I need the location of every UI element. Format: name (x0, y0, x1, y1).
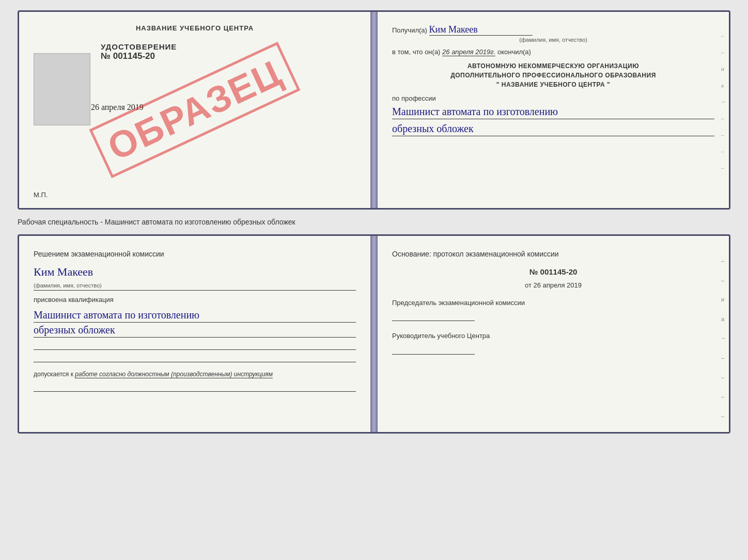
side-mark-5: ← (721, 99, 727, 105)
spine-bottom (371, 236, 377, 432)
top-right-page: Получил(а) Ким Макеев (фамилия, имя, отч… (377, 12, 729, 208)
separator-label: Рабочая специальность - Машинист автомат… (18, 216, 730, 228)
side-mark-6: – (721, 115, 727, 121)
qualification-label: присвоена квалификация (34, 295, 356, 306)
chairman-block: Председатель экзаменационной комиссии (392, 298, 714, 321)
issued-date: 26 апреля 2019 (91, 103, 144, 111)
side-mark-2: – (721, 49, 727, 55)
admission-text: работе согласно должностным (производств… (75, 371, 273, 378)
protocol-number: № 001145-20 (392, 266, 714, 278)
bside-mark-1: – (721, 257, 727, 266)
date-value: 26 апреля 2019г. (442, 48, 495, 56)
bside-mark-3: и (721, 295, 727, 305)
received-label: Получил(а) (392, 26, 427, 34)
qualification-line1: Машинист автомата по изготовлению (34, 308, 356, 323)
name-sublabel: (фамилия, имя, отчество) (392, 37, 714, 43)
bottom-left-page: Решением экзаменационной комиссии Ким Ма… (19, 236, 371, 432)
bside-mark-8: – (721, 392, 727, 402)
commission-label: Решением экзаменационной комиссии (34, 248, 356, 260)
cert-school-title: НАЗВАНИЕ УЧЕБНОГО ЦЕНТРА (34, 24, 356, 32)
bottom-right-page: Основание: протокол экзаменационной коми… (377, 236, 729, 432)
profession-line1: Машинист автомата по изготовлению (392, 104, 714, 119)
bside-mark-9: – (721, 412, 727, 421)
chairman-signature-line (392, 310, 475, 321)
protocol-date-prefix: от (525, 281, 532, 289)
date-field: в том, что он(а) 26 апреля 2019г. окончи… (392, 48, 714, 56)
received-name: Ким Макеев (429, 24, 533, 36)
cert-number: № 001145-20 (101, 51, 356, 61)
blank-line-1 (34, 340, 356, 350)
admission-block: допускается к работе согласно должностны… (34, 370, 356, 379)
bottom-document: Решением экзаменационной комиссии Ким Ма… (18, 234, 730, 434)
blank-line-3 (34, 381, 356, 392)
photo-area (34, 53, 90, 125)
side-mark-8: – (721, 148, 727, 154)
director-role: Руководитель учебного Центра (392, 331, 714, 341)
profession-label: по профессии (392, 94, 714, 102)
admission-label: допускается к (34, 371, 73, 378)
org-block: АВТОНОМНУЮ НЕКОММЕРЧЕСКУЮ ОРГАНИЗАЦИЮ ДО… (392, 61, 714, 89)
person-name: Ким Макеев (34, 263, 356, 281)
received-field: Получил(а) Ким Макеев (фамилия, имя, отч… (392, 24, 714, 43)
top-left-page: НАЗВАНИЕ УЧЕБНОГО ЦЕНТРА УДОСТОВЕРЕНИЕ №… (19, 12, 371, 208)
director-block: Руководитель учебного Центра (392, 331, 714, 354)
side-marks: – – и а ← – – – – (721, 33, 727, 171)
qualification-line2: обрезных обложек (34, 323, 356, 338)
bside-mark-6: – (721, 354, 727, 363)
side-marks-container: – – и а ← – – – – (719, 12, 729, 208)
cert-issued: Выдано 26 апреля 2019 (65, 103, 356, 112)
bside-mark-2: – (721, 276, 727, 285)
bottom-name-sublabel: (фамилия, имя, отчество) (34, 281, 356, 291)
chairman-role: Председатель экзаменационной комиссии (392, 298, 714, 308)
director-signature-line (392, 343, 475, 355)
side-mark-4: а (721, 82, 727, 88)
mp-label: М.П. (34, 191, 48, 199)
date-suffix: окончил(а) (497, 48, 531, 56)
date-prefix: в том, что он(а) (392, 48, 440, 56)
bside-mark-5: ← (721, 334, 727, 343)
org-line3: " НАЗВАНИЕ УЧЕБНОГО ЦЕНТРА " (392, 80, 714, 89)
bottom-side-marks: – – и а ← – – – – (721, 257, 727, 421)
org-line2: ДОПОЛНИТЕЛЬНОГО ПРОФЕССИОНАЛЬНОГО ОБРАЗО… (392, 71, 714, 80)
bside-mark-7: – (721, 373, 727, 382)
side-mark-7: – (721, 132, 727, 138)
protocol-date-value: 26 апреля 2019 (534, 281, 582, 289)
org-line1: АВТОНОМНУЮ НЕКОММЕРЧЕСКУЮ ОРГАНИЗАЦИЮ (392, 61, 714, 71)
side-mark-1: – (721, 33, 727, 39)
side-mark-3: и (721, 66, 727, 72)
profession-line2: обрезных обложек (392, 121, 714, 136)
blank-line-2 (34, 352, 356, 362)
top-document: НАЗВАНИЕ УЧЕБНОГО ЦЕНТРА УДОСТОВЕРЕНИЕ №… (18, 10, 730, 210)
cert-label: УДОСТОВЕРЕНИЕ (101, 42, 356, 51)
basis-label: Основание: протокол экзаменационной коми… (392, 248, 714, 260)
side-mark-9: – (721, 165, 727, 171)
bside-mark-4: а (721, 315, 727, 324)
protocol-date: от 26 апреля 2019 (392, 280, 714, 291)
spine-top (371, 12, 377, 208)
